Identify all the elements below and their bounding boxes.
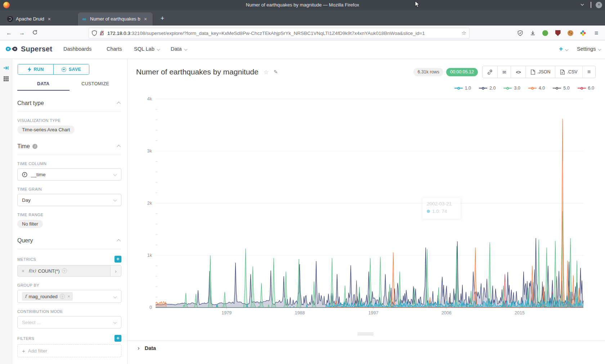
legend-item-2.0[interactable]: 2.0 xyxy=(479,86,496,91)
chart-menu-button[interactable]: ≡ xyxy=(582,66,595,78)
group-by-chip[interactable]: f mag_rounded ? × xyxy=(22,292,73,301)
metric-chip[interactable]: × f(x) COUNT(*) ? › xyxy=(17,265,121,277)
brand-name: Superset xyxy=(21,45,52,53)
edit-title-icon[interactable]: ✎ xyxy=(274,69,278,75)
pinwheel-addon-icon[interactable] xyxy=(579,29,587,37)
panel-resize-handle[interactable] xyxy=(358,332,373,335)
time-column-select[interactable]: __time xyxy=(17,168,121,181)
browser-menu-icon[interactable]: ≡ xyxy=(592,29,601,37)
legend-label: 2.0 xyxy=(489,86,496,91)
superset-brand[interactable]: Superset xyxy=(5,45,52,53)
nav-settings[interactable]: Settings xyxy=(577,46,600,52)
section-time[interactable]: Time i xyxy=(17,143,121,155)
embed-code-button[interactable]: <> xyxy=(511,66,525,78)
panel-tabs: DATA CUSTOMIZE xyxy=(17,81,121,91)
group-by-select[interactable]: f mag_rounded ? × xyxy=(17,290,121,303)
series-area-1.0 xyxy=(156,294,583,308)
nav-charts[interactable]: Charts xyxy=(107,46,122,52)
section-query[interactable]: Query xyxy=(17,237,121,249)
tab-close-icon[interactable]: × xyxy=(48,16,51,22)
time-column-value: __time xyxy=(31,172,46,177)
legend-label: 3.0 xyxy=(514,86,520,91)
legend-item-4.0[interactable]: 4.0 xyxy=(528,86,545,91)
forward-button[interactable]: → xyxy=(17,28,27,38)
export-csv-button[interactable]: .CSV xyxy=(555,66,582,78)
time-range-pill[interactable]: No filter xyxy=(17,220,43,228)
save-button[interactable]: SAVE xyxy=(53,64,89,74)
expand-datasource-icon[interactable] xyxy=(3,65,9,71)
window-minimize-button[interactable] xyxy=(579,2,586,8)
run-button[interactable]: RUN xyxy=(18,64,53,74)
x-axis-label: 1979 xyxy=(221,310,232,315)
superset-favicon: ∞ xyxy=(81,16,87,22)
back-button[interactable]: ← xyxy=(4,28,14,38)
json-label: .JSON xyxy=(537,69,551,74)
contribution-mode-select[interactable]: Select ... xyxy=(17,316,121,328)
email-button[interactable]: ✉ xyxy=(497,66,511,78)
reload-button[interactable] xyxy=(30,28,40,38)
new-chart-button[interactable]: + xyxy=(559,45,568,53)
tab-close-icon[interactable]: × xyxy=(144,16,147,22)
remove-metric-icon[interactable]: × xyxy=(18,268,28,274)
viz-type-pill[interactable]: Time-series Area Chart xyxy=(17,126,75,134)
chart-title: Numer of earthquakes by magnitude xyxy=(136,68,259,76)
section-chart-type[interactable]: Chart type xyxy=(17,100,121,112)
add-metric-button[interactable]: + xyxy=(115,256,121,263)
legend-item-3.0[interactable]: 3.0 xyxy=(503,86,520,91)
favorite-star-icon[interactable]: ☆ xyxy=(264,69,269,76)
copy-link-button[interactable] xyxy=(483,66,497,78)
remove-chip-icon[interactable]: × xyxy=(68,294,70,299)
series-line-2.0 xyxy=(156,238,583,305)
nav-data[interactable]: Data xyxy=(171,46,187,52)
chevron-down-icon xyxy=(113,198,117,202)
legend-item-1.0[interactable]: 1.0 xyxy=(454,86,471,91)
url-path: :32108/superset/explore/?form_data_key=K… xyxy=(130,31,425,36)
cookie-addon-icon[interactable] xyxy=(566,29,575,37)
pocket-shield-icon[interactable] xyxy=(516,29,524,37)
legend-marker-icon xyxy=(578,87,586,90)
ublock-shield-icon[interactable] xyxy=(554,29,562,37)
tracking-shield-icon[interactable] xyxy=(92,30,97,36)
legend-item-6.0[interactable]: 6.0 xyxy=(578,86,594,91)
datasource-grid-icon[interactable] xyxy=(3,76,9,82)
tab-data[interactable]: DATA xyxy=(17,81,70,91)
export-json-button[interactable]: .JSON xyxy=(525,66,555,78)
downloads-icon[interactable] xyxy=(528,29,537,37)
chart-legend: 1.02.03.04.05.06.0 xyxy=(454,86,594,91)
chart-actions-group: ✉ <> .JSON .CSV ≡ xyxy=(482,66,596,78)
url-text[interactable]: 172.18.0.3:32108/superset/explore/?form_… xyxy=(107,31,459,36)
group-by-value: mag_rounded xyxy=(28,294,57,299)
data-results-panel[interactable]: › Data xyxy=(127,340,605,355)
nav-dashboards[interactable]: Dashboards xyxy=(63,46,91,52)
tab-customize[interactable]: CUSTOMIZE xyxy=(70,81,122,91)
bookmark-star-icon[interactable]: ☆ xyxy=(459,30,466,36)
window-close-button[interactable]: × xyxy=(596,2,602,8)
tab-superset-chart[interactable]: ∞ Numer of earthquakes by × xyxy=(78,12,153,26)
metric-expand-icon[interactable]: › xyxy=(110,265,121,276)
legend-item-5.0[interactable]: 5.0 xyxy=(553,86,569,91)
chevron-down-icon xyxy=(184,47,188,51)
url-bar[interactable]: 172.18.0.3:32108/superset/explore/?form_… xyxy=(89,28,470,38)
time-column-label: TIME COLUMN xyxy=(17,161,121,166)
nav-label: Data xyxy=(171,46,182,52)
time-grain-select[interactable]: Day xyxy=(17,194,121,206)
window-maximize-button[interactable] xyxy=(588,2,594,8)
plus-circle-icon xyxy=(62,67,66,72)
metrics-label: METRICS xyxy=(17,257,36,261)
add-filter-dropzone[interactable]: + Add filter xyxy=(17,344,121,357)
viz-type-label: VISUALIZATION TYPE xyxy=(17,118,121,123)
new-tab-button[interactable]: + xyxy=(158,14,167,23)
filters-label: FILTERS xyxy=(17,336,34,341)
chevron-right-icon: › xyxy=(138,346,140,350)
chevron-up-icon xyxy=(117,145,121,149)
tab-apache-druid[interactable]: Apache Druid × xyxy=(4,12,76,26)
extension-green-icon[interactable] xyxy=(541,29,550,37)
question-icon: ? xyxy=(62,268,67,273)
insecure-lock-icon[interactable] xyxy=(99,30,104,36)
nav-sql-lab[interactable]: SQL Lab xyxy=(134,46,159,52)
envelope-icon: ✉ xyxy=(502,69,506,75)
series-line-5.0 xyxy=(156,269,583,308)
plus-icon: + xyxy=(559,45,563,53)
rows-badge: 6.31k rows xyxy=(413,68,443,76)
add-filter-button[interactable]: + xyxy=(115,335,121,342)
